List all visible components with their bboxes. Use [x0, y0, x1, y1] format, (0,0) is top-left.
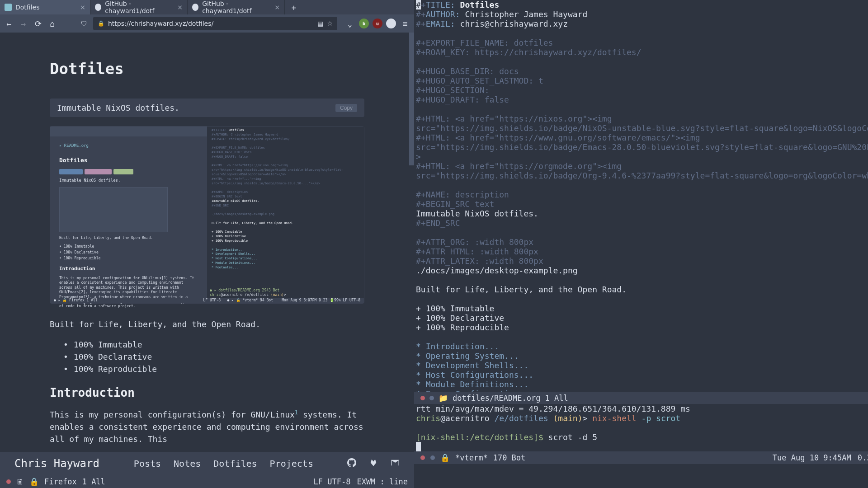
tab-label: GitHub - chayward1/dotf — [105, 0, 174, 14]
extension-bitwarden[interactable]: b — [359, 19, 369, 28]
github-icon — [192, 4, 198, 11]
page-content: Dotfiles Immutable NixOS dotfiles. Copy … — [0, 33, 414, 475]
back-button[interactable]: ← — [4, 18, 14, 29]
menu-button[interactable]: ≡ — [400, 18, 410, 29]
url-bar[interactable]: 🔒 https://chrishayward.xyz/dotfiles/ ▤ ☆ — [93, 17, 337, 30]
file-icon: 🗎 — [16, 477, 24, 486]
section-heading: Introduction — [50, 386, 364, 399]
new-tab-button[interactable]: + — [285, 0, 303, 14]
email-icon[interactable] — [391, 458, 400, 469]
github-icon — [95, 4, 101, 11]
load-average: 0.31 — [858, 453, 868, 462]
code-text: Immutable NixOS dotfiles. — [57, 103, 179, 113]
favicon-icon — [5, 4, 12, 11]
url-text: https://chrishayward.xyz/dotfiles/ — [108, 20, 213, 27]
extension-ublock[interactable]: u — [373, 19, 382, 28]
gitlab-icon[interactable] — [369, 458, 378, 469]
vterm-buffer[interactable]: rtt min/avg/max/mdev = 49.294/186.651/36… — [414, 404, 868, 451]
close-icon[interactable]: × — [177, 4, 183, 11]
right-pane: #+TITLE: Dotfiles#+AUTHOR: Christopher J… — [414, 0, 868, 488]
datetime: Tue Aug 10 9:45AM — [773, 453, 851, 462]
browser-tabbar: Dotfiles × GitHub - chayward1/dotf × Git… — [0, 0, 414, 14]
terminal-cursor — [416, 442, 421, 451]
site-nav: Chris Hayward Posts Notes Dotfiles Proje… — [0, 452, 414, 475]
lock-icon: 🔒 — [98, 20, 104, 27]
encoding: LF UTF-8 — [314, 477, 351, 486]
pocket-icon[interactable]: ⌄ — [344, 18, 355, 29]
tagline: Built for Life, Liberty, and the Open Ro… — [50, 318, 364, 330]
buffer-status-icon — [420, 455, 425, 460]
bookmark-icon[interactable]: ☆ — [327, 20, 333, 27]
buffer-position: 170 Bot — [493, 453, 526, 462]
nav-posts[interactable]: Posts — [134, 458, 161, 469]
nav-notes[interactable]: Notes — [174, 458, 201, 469]
copy-button[interactable]: Copy — [335, 104, 357, 112]
tab-label: Dotfiles — [15, 4, 39, 11]
buffer-position: 1 All — [82, 477, 105, 486]
close-icon[interactable]: × — [80, 4, 85, 11]
tab-dotfiles[interactable]: Dotfiles × — [0, 0, 90, 14]
org-buffer[interactable]: #+TITLE: Dotfiles#+AUTHOR: Christopher J… — [414, 0, 868, 392]
buffer-name: *vterm* — [455, 453, 488, 462]
lock-icon: 🔒 — [440, 453, 450, 462]
site-brand[interactable]: Chris Hayward — [14, 457, 99, 470]
forward-button[interactable]: → — [18, 18, 29, 29]
modeline-left: 🗎 🔒 Firefox 1 All LF UTF-8 EXWM : line — [0, 475, 414, 488]
home-button[interactable]: ⌂ — [47, 18, 58, 29]
reader-icon[interactable]: ▤ — [317, 20, 323, 27]
buffer-position: 1 All — [545, 394, 568, 403]
tab-label: GitHub - chayward1/dotf — [202, 0, 271, 14]
lock-icon: 🔒 — [29, 477, 39, 486]
buffer-name: dotfiles/README.org — [453, 394, 540, 403]
tab-github-1[interactable]: GitHub - chayward1/dotf × — [90, 0, 188, 14]
buffer-status-icon — [420, 396, 425, 400]
extension-sponsorblock[interactable] — [386, 19, 396, 28]
browser-toolbar: ← → ⟳ ⌂ 🛡 🔒 https://chrishayward.xyz/dot… — [0, 14, 414, 33]
nav-dotfiles[interactable]: Dotfiles — [213, 458, 257, 469]
modeline-org: 📁 dotfiles/README.org 1 All LF UTF-8 Org… — [414, 392, 868, 404]
buffer-modified-icon — [430, 455, 435, 460]
list-item: 100% Declarative — [63, 351, 364, 363]
nav-projects[interactable]: Projects — [270, 458, 313, 469]
intro-paragraph: This is my personal configuration(s) for… — [50, 408, 364, 445]
buffer-modified-icon — [429, 396, 434, 400]
close-icon[interactable]: × — [274, 4, 280, 11]
desktop-screenshot-image: ▸ README.org Dotfiles Immutable NixOS do… — [50, 126, 364, 304]
github-icon[interactable] — [347, 458, 356, 469]
tab-github-2[interactable]: GitHub - chayward1/dotf × — [188, 0, 285, 14]
buffer-status-icon — [6, 479, 11, 484]
folder-icon: 📁 — [439, 394, 448, 403]
buffer-name: Firefox — [44, 477, 77, 486]
list-item: 100% Reproducible — [63, 363, 364, 375]
features-list: 100% Immutable 100% Declarative 100% Rep… — [50, 338, 364, 375]
modeline-vterm: 🔒 *vterm* 170 Bot Tue Aug 10 9:45AM 0.31… — [414, 451, 868, 464]
page-title: Dotfiles — [50, 60, 364, 78]
reload-button[interactable]: ⟳ — [33, 18, 43, 29]
code-box: Immutable NixOS dotfiles. Copy — [50, 99, 364, 117]
left-pane: Dotfiles × GitHub - chayward1/dotf × Git… — [0, 0, 414, 488]
shield-icon[interactable]: 🛡 — [79, 18, 90, 29]
list-item: 100% Immutable — [63, 338, 364, 351]
major-mode: EXWM : line — [357, 477, 408, 486]
